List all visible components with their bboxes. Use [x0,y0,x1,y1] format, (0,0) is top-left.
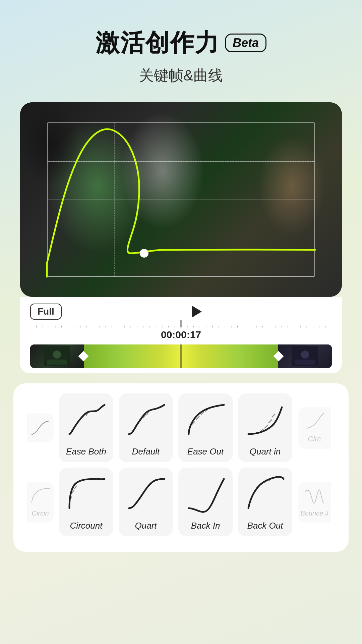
partial-label-circ: Circ [308,435,321,443]
svg-line-72 [268,420,272,423]
card-label-back-out: Back Out [247,521,283,531]
svg-rect-51 [47,360,67,365]
title-row: 激活创作力 Beta [0,27,362,59]
card-back-in[interactable]: Back In [178,468,233,536]
svg-point-53 [301,351,309,359]
card-icon-back-out [243,473,287,517]
header: 激活创作力 Beta 关键帧&曲线 [0,0,362,96]
svg-line-71 [264,425,268,428]
svg-point-50 [53,351,61,359]
card-label-ease-both: Ease Both [66,446,106,457]
card-icon-back-in [184,473,227,517]
svg-line-75 [36,494,38,496]
full-badge[interactable]: Full [30,304,62,320]
main-title: 激活创作力 [96,27,220,59]
svg-rect-54 [295,360,315,365]
svg-line-56 [40,425,41,428]
svg-point-0 [140,249,148,257]
card-circount[interactable]: Circount [59,468,113,536]
bezier-curve [20,102,342,297]
partial-card-right-2[interactable]: Bounce J [298,482,331,523]
card-label-default: Default [132,446,160,457]
card-icon-circount [64,473,108,517]
card-icon-ease-both [64,399,108,442]
card-label-quart: Quart [135,521,157,531]
svg-line-78 [74,486,77,489]
partial-card-left-2[interactable]: Circin [27,482,54,523]
partial-card-left-1[interactable] [27,413,54,442]
time-display: 00:00:17 [30,329,332,340]
card-ease-out[interactable]: Ease Out [178,393,233,462]
card-label-circount: Circount [70,521,103,531]
partial-card-right-1[interactable]: Circ [298,407,331,449]
card-icon-quart [124,473,168,517]
subtitle: 关键帧&曲线 [0,66,362,86]
timeline-bar[interactable] [30,344,332,368]
beta-badge: Beta [225,34,266,52]
easing-cards-section: Ease Both Default [13,383,349,552]
card-label-back-in: Back In [191,521,220,531]
card-icon-ease-out [184,399,227,442]
partial-label-bounce-j: Bounce J [300,509,328,517]
thumb-left-dark [30,344,84,368]
card-icon-quart-in [243,399,287,442]
svg-line-57 [41,423,43,426]
card-icon-default [124,399,168,442]
card-label-ease-out: Ease Out [187,446,224,457]
card-ease-both[interactable]: Ease Both [59,393,113,462]
svg-line-73 [272,414,275,417]
partial-label-circin: Circin [32,509,49,517]
card-quart-in[interactable]: Quart in [238,393,292,462]
easing-row-1: Ease Both Default [20,393,342,462]
card-quart[interactable]: Quart [119,468,173,536]
card-back-out[interactable]: Back Out [238,468,292,536]
playhead[interactable] [181,344,182,368]
card-label-quart-in: Quart in [250,446,281,457]
play-button[interactable] [192,306,202,318]
card-default[interactable]: Default [119,393,173,462]
thumb-right-dark [278,344,332,368]
svg-line-74 [34,497,35,499]
video-preview [20,102,342,297]
playback-section: Full // This SVG script won't run; use H… [20,297,342,373]
easing-row-2: Circin Circount [20,468,342,536]
playback-controls: Full [30,304,332,320]
timeline-ruler: // This SVG script won't run; use HTML a… [30,320,332,328]
